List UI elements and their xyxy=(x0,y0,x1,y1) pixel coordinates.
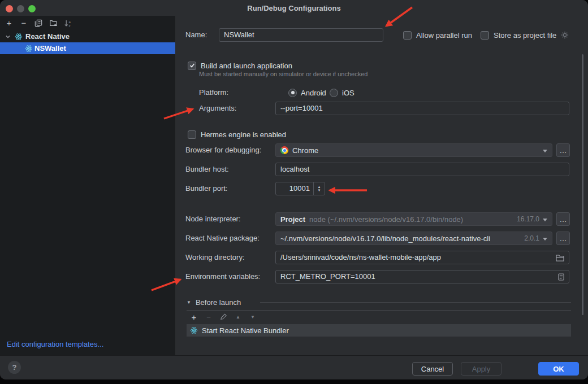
plus-icon: + xyxy=(192,312,197,322)
before-launch-header[interactable]: ▼ Before launch xyxy=(187,296,241,308)
chevron-down-icon[interactable] xyxy=(5,34,11,40)
ellipsis-icon: … xyxy=(560,235,567,242)
node-interpreter-version: 16.17.0 xyxy=(517,215,539,223)
radio-selected-icon[interactable] xyxy=(288,89,297,97)
plus-icon: + xyxy=(7,18,12,28)
working-directory-row: Working directory: /Users/srinivad/code/… xyxy=(175,251,588,264)
move-task-down-button[interactable]: ▼ xyxy=(245,311,260,322)
node-interpreter-project: Project xyxy=(280,215,305,224)
remove-task-button[interactable]: − xyxy=(201,311,216,322)
stepper-arrows[interactable]: ▲ ▼ xyxy=(313,182,325,195)
react-native-icon xyxy=(15,33,23,41)
working-directory-input[interactable]: /Users/srinivad/code/ns/ns-wallet-mobile… xyxy=(275,251,569,264)
copy-icon xyxy=(34,19,42,27)
folder-browse-button[interactable] xyxy=(556,254,564,261)
platform-ios-label: iOS xyxy=(342,89,354,97)
before-launch-label: Before launch xyxy=(196,298,241,307)
sort-configurations-button[interactable]: az xyxy=(62,18,74,29)
build-and-launch-label: Build and launch application xyxy=(201,62,292,70)
browser-label: Browser for debugging: xyxy=(185,143,261,157)
sort-az-icon: az xyxy=(64,19,72,28)
add-configuration-button[interactable]: + xyxy=(3,18,15,29)
checkbox-icon[interactable] xyxy=(403,31,412,40)
section-divider xyxy=(260,302,571,303)
before-launch-task-row[interactable]: Start React Native Bundler xyxy=(187,324,571,337)
environment-variables-label: Environment variables: xyxy=(185,270,260,283)
help-button[interactable]: ? xyxy=(8,361,21,374)
tree-item-nswallet[interactable]: NSWallet xyxy=(0,42,175,54)
chevron-down-icon xyxy=(543,150,547,152)
ok-button[interactable]: OK xyxy=(538,362,579,376)
title-bar: Run/Debug Configurations xyxy=(0,0,588,16)
arguments-label: Arguments: xyxy=(199,102,236,115)
scrollbar-thumb[interactable] xyxy=(582,54,583,315)
arguments-input[interactable]: --port=10001 xyxy=(275,102,569,115)
checkbox-icon[interactable] xyxy=(481,31,489,40)
store-as-project-file-checkbox[interactable]: Store as project file xyxy=(481,28,569,42)
environment-variables-input[interactable]: RCT_METRO_PORT=10001 xyxy=(275,270,569,283)
edit-variables-button[interactable] xyxy=(558,273,564,281)
minus-icon: − xyxy=(21,18,27,28)
platform-ios-radio[interactable]: iOS xyxy=(330,86,354,99)
stepper-down-icon[interactable]: ▼ xyxy=(318,189,321,192)
checkbox-icon[interactable] xyxy=(188,130,196,139)
browser-dropdown[interactable]: Chrome xyxy=(275,143,552,157)
environment-variables-row: Environment variables: RCT_METRO_PORT=10… xyxy=(175,270,588,283)
platform-label: Platform: xyxy=(199,86,228,99)
node-interpreter-label: Node interpreter: xyxy=(185,212,241,226)
node-interpreter-browse-button[interactable]: … xyxy=(556,212,570,226)
name-label: Name: xyxy=(185,28,207,42)
bundler-port-row: Bundler port: 10001 ▲ ▼ xyxy=(175,182,588,195)
arrow-up-icon: ▲ xyxy=(236,315,240,320)
add-task-button[interactable]: + xyxy=(187,311,201,322)
name-row: Name: NSWallet Allow parallel run Store … xyxy=(175,28,588,42)
node-interpreter-path: node (~/.nvm/versions/node/v16.17.0/bin/… xyxy=(309,215,463,224)
platform-android-radio[interactable]: Android xyxy=(288,86,326,99)
name-input[interactable]: NSWallet xyxy=(219,28,383,42)
hermes-row: Hermes engine is enabled xyxy=(175,128,588,141)
list-icon xyxy=(558,273,564,281)
chevron-down-icon xyxy=(543,219,547,221)
working-directory-label: Working directory: xyxy=(185,251,245,264)
minus-icon: − xyxy=(206,313,211,321)
ellipsis-icon: … xyxy=(560,147,567,154)
bundler-port-value: 10001 xyxy=(289,182,310,195)
hermes-checkbox[interactable]: Hermes engine is enabled xyxy=(188,128,286,141)
rn-package-row: React Native package: ~/.nvm/versions/no… xyxy=(175,232,588,245)
before-launch-toolbar: + − ▲ ▼ xyxy=(187,310,571,323)
browser-value: Chrome xyxy=(292,146,318,155)
rn-package-browse-button[interactable]: … xyxy=(556,232,570,245)
browser-browse-button[interactable]: … xyxy=(556,143,570,157)
rn-package-version: 2.0.1 xyxy=(524,234,539,242)
hermes-label: Hermes engine is enabled xyxy=(201,130,286,139)
name-value: NSWallet xyxy=(224,29,254,41)
bundler-host-input[interactable]: localhost xyxy=(275,163,569,176)
configuration-form: Name: NSWallet Allow parallel run Store … xyxy=(175,16,588,355)
node-interpreter-dropdown[interactable]: Project node (~/.nvm/versions/node/v16.1… xyxy=(275,212,552,226)
edit-task-button[interactable] xyxy=(216,311,231,322)
dialog-title: Run/Debug Configurations xyxy=(0,4,588,12)
cancel-button[interactable]: Cancel xyxy=(412,362,453,376)
edit-configuration-templates-link[interactable]: Edit configuration templates... xyxy=(7,340,103,348)
store-as-project-file-label: Store as project file xyxy=(494,31,556,40)
tree-item-label: NSWallet xyxy=(34,44,66,53)
tree-group-react-native[interactable]: React Native xyxy=(0,30,175,42)
ellipsis-icon: … xyxy=(560,216,567,223)
remove-configuration-button[interactable]: − xyxy=(18,18,29,29)
arguments-value: --port=10001 xyxy=(280,102,323,115)
disclosure-triangle-icon[interactable]: ▼ xyxy=(187,300,191,305)
react-native-icon xyxy=(190,326,198,334)
copy-configuration-button[interactable] xyxy=(33,18,44,29)
move-task-up-button[interactable]: ▲ xyxy=(231,311,245,322)
gear-icon[interactable] xyxy=(561,31,569,39)
bundler-host-value: localhost xyxy=(280,163,309,176)
checkbox-checked-icon[interactable] xyxy=(188,62,196,70)
apply-button[interactable]: Apply xyxy=(461,362,501,376)
radio-icon[interactable] xyxy=(330,89,338,97)
new-folder-button[interactable] xyxy=(47,18,59,29)
allow-parallel-run-checkbox[interactable]: Allow parallel run xyxy=(403,28,472,42)
svg-text:z: z xyxy=(68,23,70,27)
bundler-port-stepper[interactable]: 10001 ▲ ▼ xyxy=(275,182,325,195)
platform-android-label: Android xyxy=(301,89,326,97)
rn-package-dropdown[interactable]: ~/.nvm/versions/node/v16.17.0/lib/node_m… xyxy=(275,232,552,245)
